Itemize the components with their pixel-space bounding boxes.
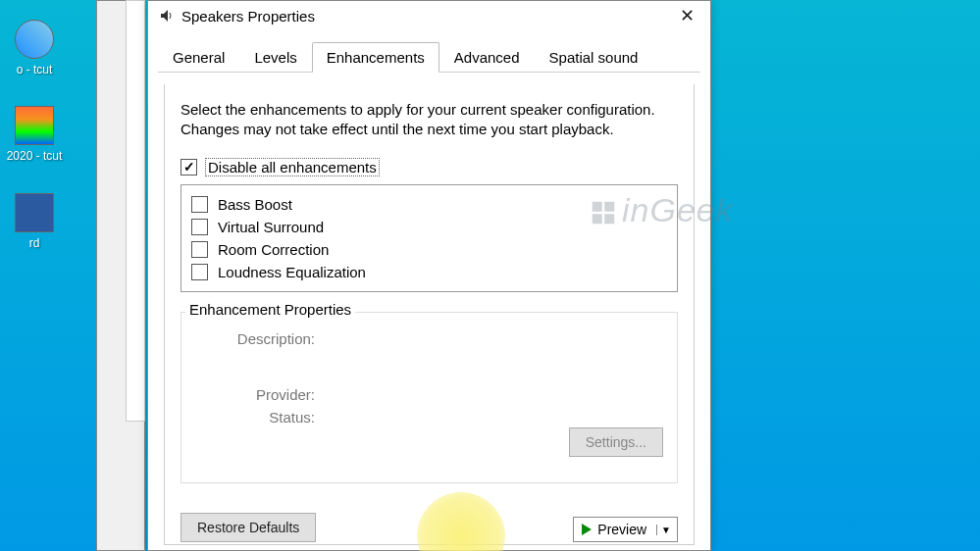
status-label: Status: [195,409,323,426]
properties-legend: Enhancement Properties [185,301,355,318]
preview-button[interactable]: Preview ▼ [573,517,678,542]
restore-defaults-button[interactable]: Restore Defaults [181,513,316,542]
enhancement-label: Bass Boost [218,196,292,213]
chevron-down-icon[interactable]: ▼ [656,525,671,535]
dialog-title: Speakers Properties [181,8,315,25]
preview-label: Preview [597,522,646,537]
checkbox-icon [181,159,197,175]
panel-description: Select the enhancements to apply for you… [181,100,678,140]
speakers-properties-dialog: Speakers Properties ✕ General Levels Enh… [147,0,711,551]
checkbox-icon [191,196,208,213]
tab-enhancements[interactable]: Enhancements [312,42,439,73]
shortcut-label: rd [0,236,69,250]
shortcut-icon [15,106,54,145]
speaker-icon [158,8,174,24]
checkbox-icon [191,219,208,235]
description-label: Description: [195,330,323,347]
enhancement-label: Room Correction [218,241,329,258]
desktop-icons-area: o - tcut 2020 - tcut rd [0,20,69,279]
desktop-shortcut[interactable]: rd [0,193,69,250]
shortcut-icon [15,193,54,232]
watermark: inGeek [589,191,734,229]
enhancements-panel: Select the enhancements to apply for you… [164,84,695,545]
tab-advanced[interactable]: Advanced [439,42,535,73]
settings-button[interactable]: Settings... [569,427,663,457]
disable-all-label: Disable all enhancements [205,158,380,176]
enhancement-loudness-equalization[interactable]: Loudness Equalization [191,261,667,283]
close-button[interactable]: ✕ [667,2,706,29]
background-window-inner [126,0,145,422]
desktop-shortcut[interactable]: o - tcut [0,20,69,76]
desktop-shortcut[interactable]: 2020 - tcut [0,106,69,163]
play-icon [582,524,592,535]
tab-spatial-sound[interactable]: Spatial sound [535,42,653,73]
enhancement-room-correction[interactable]: Room Correction [191,238,667,261]
enhancement-properties-group: Enhancement Properties Description: Prov… [181,312,678,483]
enhancement-label: Virtual Surround [218,219,324,235]
checkbox-icon [191,241,208,258]
shortcut-label: o - tcut [0,63,69,76]
tab-levels[interactable]: Levels [239,42,311,73]
disable-all-checkbox[interactable]: Disable all enhancements [181,158,380,176]
provider-label: Provider: [195,386,323,403]
tab-general[interactable]: General [158,42,239,73]
enhancement-label: Loudness Equalization [218,264,366,280]
shortcut-icon [15,20,54,59]
checkbox-icon [191,264,208,280]
tab-strip: General Levels Enhancements Advanced Spa… [148,42,710,73]
shortcut-label: 2020 - tcut [0,149,69,163]
titlebar: Speakers Properties ✕ [148,1,710,30]
bottom-button-row: Restore Defaults Preview ▼ [181,513,678,542]
